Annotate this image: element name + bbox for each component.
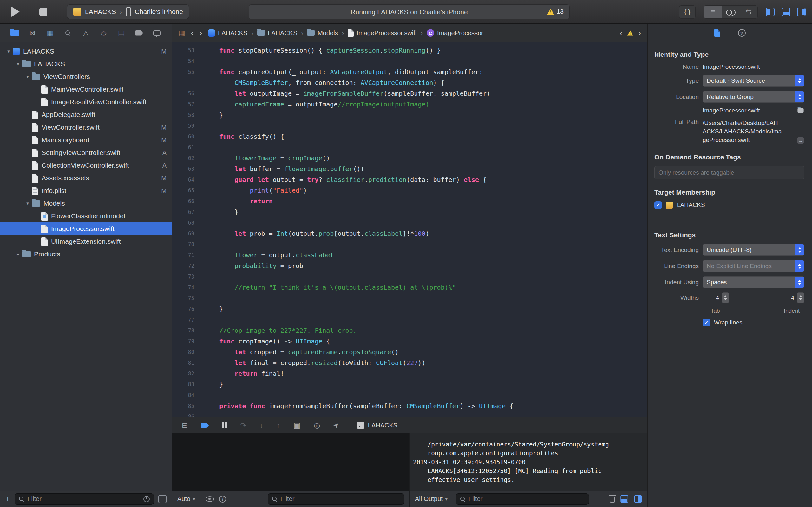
related-items-icon[interactable]: ▦ bbox=[178, 30, 185, 37]
disclosure-triangle-icon[interactable]: ▸ bbox=[14, 251, 22, 257]
sidebar-item-appdelegate-swift[interactable]: AppDelegate.swift bbox=[0, 108, 171, 121]
assistant-editor-button[interactable] bbox=[722, 6, 740, 18]
sidebar-item-imageresultviewcontroller-swift[interactable]: ImageResultViewController.swift bbox=[0, 96, 171, 108]
disclosure-triangle-icon[interactable]: ▾ bbox=[23, 201, 32, 206]
memory-graph-button[interactable]: ◎ bbox=[314, 422, 320, 429]
variables-view[interactable]: Auto ▾ Filter bbox=[172, 434, 409, 507]
disclosure-triangle-icon[interactable]: ▾ bbox=[14, 61, 22, 67]
previous-issue-button[interactable] bbox=[620, 29, 623, 37]
forward-button[interactable] bbox=[199, 29, 202, 37]
standard-editor-button[interactable]: ≡ bbox=[704, 6, 722, 18]
step-out-button[interactable]: ↑ bbox=[276, 422, 281, 429]
recent-files-icon[interactable] bbox=[143, 496, 150, 502]
code-line[interactable]: 86 bbox=[172, 411, 647, 417]
breadcrumb-item[interactable]: LAHACKS bbox=[257, 30, 297, 37]
sidebar-item-models[interactable]: ▾Models bbox=[0, 197, 171, 210]
code-line[interactable]: 72 probability = prob bbox=[172, 261, 647, 271]
variables-scope-popup[interactable]: Auto ▾ bbox=[177, 495, 195, 503]
text-encoding-popup[interactable]: Unicode (UTF-8) bbox=[703, 244, 804, 256]
sidebar-item-viewcontroller-swift[interactable]: ViewController.swiftM bbox=[0, 121, 171, 134]
tab-width-value[interactable]: 4 bbox=[703, 294, 719, 301]
report-navigator-tab[interactable] bbox=[151, 26, 163, 39]
code-line[interactable]: 83 } bbox=[172, 379, 647, 390]
indent-width-value[interactable]: 4 bbox=[778, 294, 794, 301]
destination-name[interactable]: Charlie's iPhone bbox=[135, 8, 183, 15]
code-line[interactable]: 59 bbox=[172, 120, 647, 131]
show-console-only-button[interactable] bbox=[634, 495, 642, 503]
code-line[interactable]: 63 let buffer = flowerImage.buffer()! bbox=[172, 164, 647, 174]
add-file-button[interactable]: + bbox=[5, 495, 10, 504]
sidebar-item-lahacks[interactable]: ▾LAHACKS bbox=[0, 58, 171, 70]
code-line[interactable]: 69 let prob = Int(output.prob[output.cla… bbox=[172, 228, 647, 239]
code-line[interactable]: 53 func stopCaptureSession() { captureSe… bbox=[172, 45, 647, 56]
sidebar-item-mainviewcontroller-swift[interactable]: MainViewController.swift bbox=[0, 83, 171, 96]
show-variables-only-button[interactable] bbox=[620, 495, 628, 503]
breakpoint-navigator-tab[interactable] bbox=[133, 26, 146, 39]
find-navigator-tab[interactable] bbox=[61, 26, 74, 39]
toggle-inspectors-button[interactable] bbox=[797, 8, 806, 16]
back-button[interactable] bbox=[191, 29, 194, 37]
line-endings-popup[interactable]: No Explicit Line Endings bbox=[703, 260, 804, 272]
location-popup[interactable]: Relative to Group bbox=[703, 91, 804, 103]
sidebar-item-collectionviewcontroller-swift[interactable]: CollectionViewController.swiftA bbox=[0, 159, 171, 172]
source-editor[interactable]: 53 func stopCaptureSession() { captureSe… bbox=[172, 43, 647, 417]
code-line[interactable]: 80 let cropped = capturedFrame.cropsToSq… bbox=[172, 347, 647, 357]
breadcrumb-item[interactable]: ImageProcessor bbox=[426, 29, 484, 37]
code-line[interactable]: 74 //return "I think it's a \(output.cla… bbox=[172, 282, 647, 293]
code-line[interactable]: 54 bbox=[172, 56, 647, 66]
issue-navigator-tab[interactable]: △ bbox=[80, 26, 92, 39]
source-control-navigator-tab[interactable]: ⊠ bbox=[26, 26, 39, 39]
breadcrumb-item[interactable]: ImageProcessor.swift bbox=[348, 29, 417, 37]
sidebar-item-main-storyboard[interactable]: Main.storyboardM bbox=[0, 134, 171, 147]
breadcrumb-item[interactable]: LAHACKS bbox=[208, 30, 247, 37]
next-issue-button[interactable] bbox=[638, 29, 641, 37]
code-line[interactable]: 66 return bbox=[172, 196, 647, 207]
quick-help-tab[interactable] bbox=[738, 29, 746, 37]
code-line[interactable]: 56 let outputImage = imageFromSampleBuff… bbox=[172, 88, 647, 99]
name-field[interactable]: ImageProcessor.swift bbox=[703, 63, 760, 70]
indent-width-stepper[interactable] bbox=[797, 292, 804, 303]
resource-tags-field[interactable]: Only resources are taggable bbox=[654, 166, 804, 179]
simulate-location-button[interactable]: ➤ bbox=[332, 420, 341, 430]
indent-using-popup[interactable]: Spaces bbox=[703, 276, 804, 288]
code-line[interactable]: 71 flower = output.classLabel bbox=[172, 250, 647, 261]
disclosure-triangle-icon[interactable]: ▾ bbox=[23, 74, 32, 79]
print-description-icon[interactable] bbox=[219, 496, 226, 503]
symbol-navigator-tab[interactable]: ▦ bbox=[44, 26, 56, 39]
scheme-name[interactable]: LAHACKS bbox=[85, 8, 116, 15]
code-line[interactable]: 73 bbox=[172, 271, 647, 282]
hide-debug-area-button[interactable]: ⊟ bbox=[182, 422, 188, 429]
target-membership-checkbox[interactable] bbox=[654, 201, 662, 209]
choose-folder-icon[interactable] bbox=[798, 108, 803, 113]
sidebar-item-imageprocessor-swift[interactable]: ImageProcessor.swift bbox=[0, 222, 171, 235]
code-line[interactable]: 58 } bbox=[172, 110, 647, 120]
code-line[interactable]: 78 //Crop image to 227*227. Final crop. bbox=[172, 325, 647, 336]
sidebar-item-info-plist[interactable]: Info.plistM bbox=[0, 184, 171, 197]
pause-execution-button[interactable] bbox=[222, 422, 227, 429]
code-line[interactable]: 62 flowerImage = cropImage() bbox=[172, 153, 647, 164]
test-navigator-tab[interactable]: ◇ bbox=[97, 26, 110, 39]
console-filter-field[interactable]: Filter bbox=[456, 493, 589, 505]
process-selector[interactable]: LAHACKS bbox=[357, 422, 397, 429]
code-line[interactable]: 68 bbox=[172, 217, 647, 228]
file-inspector-tab[interactable] bbox=[714, 29, 720, 37]
code-line[interactable]: 85 private func imageFromSampleBuffer(sa… bbox=[172, 400, 647, 411]
code-line[interactable]: 84 bbox=[172, 390, 647, 400]
sidebar-item-products[interactable]: ▸Products bbox=[0, 248, 171, 261]
wrap-lines-checkbox[interactable] bbox=[703, 319, 710, 326]
sidebar-item-viewcontrollers[interactable]: ▾ViewControllers bbox=[0, 70, 171, 83]
issues-badge[interactable]: 13 bbox=[547, 8, 564, 15]
toggle-navigator-button[interactable] bbox=[766, 8, 774, 16]
code-line[interactable]: 65 print("Failed") bbox=[172, 185, 647, 196]
variables-filter-field[interactable]: Filter bbox=[268, 493, 404, 505]
run-button[interactable] bbox=[11, 7, 20, 17]
type-popup[interactable]: Default - Swift Source bbox=[703, 75, 804, 87]
navigator-filter-field[interactable]: Filter bbox=[14, 493, 154, 505]
breadcrumb-item[interactable]: Models bbox=[307, 30, 338, 37]
code-line[interactable]: 64 guard let output = try? classifier.pr… bbox=[172, 174, 647, 185]
sidebar-item-uiimageextension-swift[interactable]: UIImageExtension.swift bbox=[0, 235, 171, 248]
version-editor-button[interactable]: ⇆ bbox=[740, 6, 757, 18]
code-review-button[interactable] bbox=[679, 5, 696, 19]
sidebar-item-lahacks[interactable]: ▾LAHACKSM bbox=[0, 45, 171, 58]
code-line[interactable]: 79 func cropImage() -> UIImage { bbox=[172, 336, 647, 347]
